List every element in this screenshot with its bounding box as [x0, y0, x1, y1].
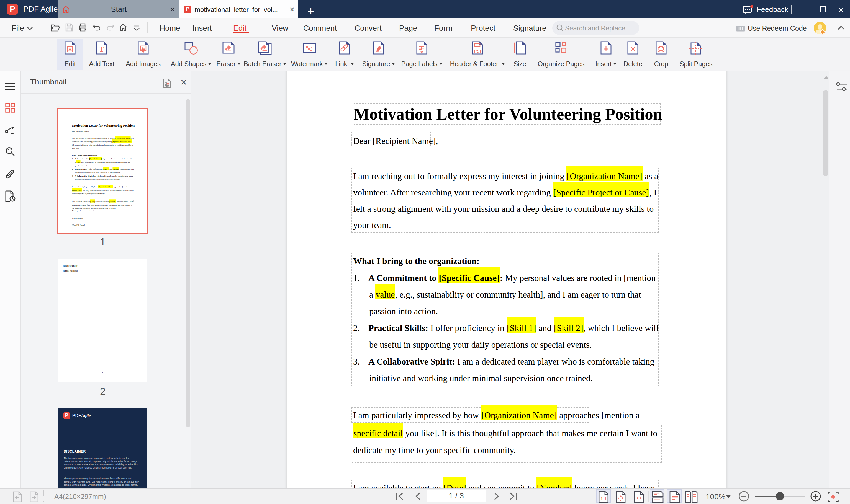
- svg-text:T: T: [99, 45, 104, 53]
- svg-text:1:1: 1:1: [601, 496, 607, 501]
